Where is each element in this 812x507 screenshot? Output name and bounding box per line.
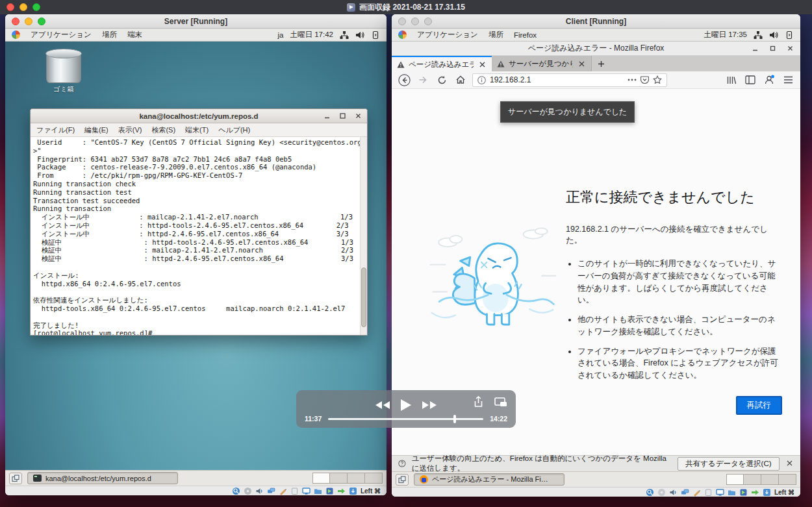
firefox-app-menu[interactable]: Firefox [514, 31, 537, 39]
input-method-indicator[interactable]: ja [278, 31, 284, 39]
taskbar-terminal-item[interactable]: kana@localhost:/etc/yum.repos.d [27, 472, 178, 484]
firefox-maximize-button[interactable] [769, 45, 776, 52]
choose-data-button[interactable]: 共有するデータを選択(C) [678, 457, 779, 471]
optical-drive-icon[interactable] [657, 488, 666, 497]
show-desktop-button[interactable] [396, 474, 409, 486]
client-titlebar[interactable]: Client [Running] [392, 14, 800, 29]
url-bar[interactable]: 192.168.2.1 [472, 73, 667, 87]
tab-close-icon[interactable] [477, 60, 487, 69]
hdd-icon[interactable] [646, 488, 654, 497]
tab-server-not-found[interactable]: サーバーが見つかりませ [492, 56, 592, 71]
places-menu[interactable]: 場所 [488, 30, 503, 40]
usb-icon[interactable] [692, 488, 701, 497]
optical-drive-icon[interactable] [244, 487, 252, 495]
terminal-menu-search[interactable]: 検索(S) [151, 125, 175, 135]
workspace-1[interactable] [726, 474, 744, 485]
network-icon[interactable] [340, 31, 349, 40]
bookmark-star-icon[interactable] [653, 75, 662, 84]
trash-desktop-icon[interactable]: ゴミ箱 [43, 52, 84, 94]
workspace-3[interactable] [348, 473, 365, 484]
battery-icon[interactable] [785, 31, 794, 40]
workspace-3[interactable] [761, 474, 779, 485]
network-adapter-icon[interactable] [681, 488, 689, 497]
workspace-1[interactable] [312, 473, 330, 484]
applications-menu-icon[interactable] [12, 31, 20, 39]
shared-clipboard-icon[interactable] [290, 487, 299, 495]
network-activity-icon[interactable] [751, 488, 759, 497]
play-icon[interactable] [400, 399, 412, 412]
mouse-capture-icon[interactable] [763, 488, 771, 497]
share-icon[interactable] [474, 396, 483, 408]
firefox-minimize-button[interactable] [752, 45, 759, 52]
volume-icon[interactable] [769, 31, 778, 40]
applications-menu[interactable]: アプリケーション [31, 30, 92, 40]
terminal-titlebar[interactable]: kana@localhost:/etc/yum.repos.d [31, 109, 367, 123]
applications-menu[interactable]: アプリケーション [417, 30, 478, 40]
terminal-maximize-button[interactable] [339, 112, 346, 119]
network-icon[interactable] [754, 31, 763, 40]
shared-folder-icon[interactable] [728, 488, 736, 497]
page-actions-icon[interactable] [628, 79, 637, 81]
terminal-scrollbar-thumb[interactable] [361, 267, 366, 327]
hdd-icon[interactable] [232, 487, 240, 495]
pip-icon[interactable] [494, 397, 507, 407]
terminal-close-button[interactable] [355, 112, 362, 119]
applications-menu-icon[interactable] [398, 31, 407, 39]
mouse-capture-icon[interactable] [349, 487, 357, 495]
home-button[interactable] [453, 73, 468, 87]
seek-knob[interactable] [453, 415, 456, 423]
workspace-2[interactable] [330, 473, 348, 484]
terminal-menu-view[interactable]: 表示(V) [118, 125, 142, 135]
workspace-2[interactable] [744, 474, 761, 485]
terminal-scrollbar[interactable] [360, 137, 367, 335]
network-activity-icon[interactable] [337, 487, 346, 495]
forward-button[interactable] [416, 73, 430, 87]
clock[interactable]: 土曜日 17:35 [704, 30, 747, 40]
audio-icon[interactable] [669, 488, 678, 497]
show-desktop-button[interactable] [9, 473, 22, 484]
terminal-minimize-button[interactable] [324, 112, 331, 119]
page-info-icon[interactable] [477, 76, 486, 84]
terminal-menu-edit[interactable]: 編集(E) [84, 125, 108, 135]
library-icon[interactable] [724, 73, 739, 87]
tab-page-load-error[interactable]: ページ読み込みエラー [392, 56, 492, 71]
volume-icon[interactable] [355, 31, 364, 40]
clock[interactable]: 土曜日 17:42 [290, 30, 333, 40]
shared-folder-icon[interactable] [314, 487, 322, 495]
shared-clipboard-icon[interactable] [704, 488, 713, 497]
terminal-menu-file[interactable]: ファイル(F) [36, 125, 75, 135]
back-button[interactable] [397, 73, 411, 87]
sidebar-icon[interactable] [743, 73, 757, 87]
recording-icon[interactable] [739, 488, 748, 497]
rewind-icon[interactable] [375, 401, 390, 410]
retry-button[interactable]: 再試行 [736, 396, 783, 415]
workspace-4[interactable] [365, 473, 383, 484]
terminal-body[interactable]: Userid : "CentOS-7 Key (CentOS 7 Officia… [31, 137, 367, 335]
places-menu[interactable]: 場所 [102, 30, 117, 40]
seek-bar[interactable] [328, 418, 483, 420]
taskbar-firefox-item[interactable]: ページ読み込みエラー - Mozilla Fi… [414, 473, 565, 486]
menu-icon[interactable] [781, 73, 795, 87]
account-icon[interactable] [762, 73, 776, 87]
audio-icon[interactable] [255, 487, 264, 495]
display-icon[interactable] [716, 488, 724, 497]
usb-icon[interactable] [279, 487, 287, 495]
pocket-icon[interactable] [641, 75, 649, 84]
new-tab-button[interactable] [592, 56, 610, 71]
workspace-4[interactable] [779, 474, 796, 485]
recording-icon[interactable] [325, 487, 334, 495]
terminal-app-menu[interactable]: 端末 [127, 30, 142, 40]
url-text[interactable]: 192.168.2.1 [490, 75, 531, 84]
notification-close-icon[interactable] [785, 459, 794, 468]
battery-icon[interactable] [371, 31, 380, 40]
tab-close-icon[interactable] [577, 59, 586, 68]
firefox-titlebar[interactable]: ページ読み込みエラー - Mozilla Firefox [392, 42, 800, 56]
fast-forward-icon[interactable] [422, 401, 437, 410]
firefox-close-button[interactable] [787, 45, 794, 52]
terminal-menu-help[interactable]: ヘルプ(H) [218, 125, 250, 135]
reload-button[interactable] [435, 73, 449, 87]
network-adapter-icon[interactable] [267, 487, 275, 495]
server-titlebar[interactable]: Server [Running] [5, 14, 387, 29]
terminal-menu-terminal[interactable]: 端末(T) [185, 125, 209, 135]
display-icon[interactable] [302, 487, 311, 495]
